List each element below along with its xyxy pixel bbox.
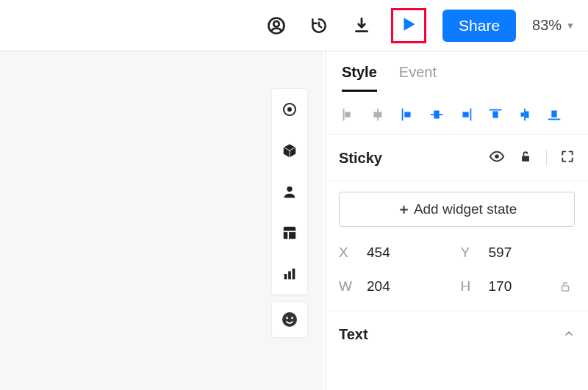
align-middle-icon[interactable]	[427, 105, 446, 124]
chart-tool-icon[interactable]	[271, 253, 308, 295]
coord-y-key: Y	[461, 245, 478, 261]
tab-event[interactable]: Event	[399, 64, 437, 92]
cube-tool-icon[interactable]	[271, 130, 308, 171]
tool-column	[271, 88, 308, 295]
history-icon[interactable]	[306, 12, 332, 39]
svg-rect-29	[526, 111, 529, 118]
alignment-toolbar	[326, 92, 588, 135]
zoom-value: 83%	[532, 17, 562, 34]
svg-rect-28	[521, 112, 525, 117]
svg-rect-10	[288, 271, 291, 279]
coord-x-key: X	[339, 245, 356, 261]
target-tool-icon[interactable]	[271, 89, 308, 130]
coord-h-value: 170	[489, 278, 512, 295]
add-widget-state-button[interactable]: ＋ Add widget state	[339, 192, 575, 227]
svg-rect-16	[345, 112, 350, 117]
svg-rect-9	[284, 274, 287, 279]
svg-point-32	[495, 154, 499, 159]
svg-point-3	[287, 107, 292, 112]
visibility-icon[interactable]	[489, 148, 505, 167]
svg-point-4	[287, 187, 292, 192]
align-center-h-icon[interactable]	[368, 105, 387, 124]
svg-point-1	[273, 21, 279, 26]
workspace: Style Event	[0, 51, 588, 390]
chevron-down-icon: ▼	[566, 21, 575, 31]
coord-w-key: W	[339, 278, 356, 295]
text-section-header[interactable]: Text	[326, 311, 588, 358]
lock-open-icon[interactable]	[518, 149, 533, 167]
svg-rect-31	[551, 111, 556, 118]
coord-y[interactable]: Y 597	[461, 245, 576, 261]
text-section-label: Text	[339, 326, 368, 343]
sticky-label: Sticky	[339, 150, 382, 167]
coord-w[interactable]: W 204	[339, 278, 453, 295]
svg-rect-22	[434, 111, 439, 119]
expand-icon[interactable]	[560, 149, 575, 167]
add-state-label: Add widget state	[414, 201, 517, 217]
svg-point-12	[282, 312, 297, 327]
align-top-icon[interactable]	[486, 105, 505, 124]
plus-icon: ＋	[397, 201, 411, 217]
coord-w-value: 204	[367, 278, 390, 295]
tab-style[interactable]: Style	[342, 64, 377, 92]
svg-rect-11	[293, 269, 295, 280]
inspector-panel: Style Event	[325, 51, 588, 390]
chevron-up-icon	[563, 328, 575, 342]
coord-h[interactable]: H 170	[461, 278, 576, 295]
svg-rect-24	[462, 112, 468, 117]
coord-x[interactable]: X 454	[339, 245, 453, 261]
coord-y-value: 597	[489, 245, 512, 261]
svg-rect-20	[404, 112, 410, 117]
emoji-tool-icon[interactable]	[271, 301, 308, 338]
aspect-lock-icon[interactable]	[559, 280, 572, 293]
svg-rect-33	[522, 156, 529, 162]
account-icon[interactable]	[263, 12, 290, 39]
layout-tool-icon[interactable]	[271, 212, 308, 253]
coord-x-value: 454	[367, 245, 390, 261]
sticky-section-header: Sticky	[326, 135, 588, 181]
download-icon[interactable]	[348, 12, 375, 39]
align-right-edge-icon[interactable]	[456, 105, 476, 124]
svg-point-13	[286, 317, 288, 319]
inspector-tabs: Style Event	[326, 51, 588, 92]
svg-rect-26	[492, 111, 498, 118]
svg-point-14	[291, 317, 293, 319]
coord-h-key: H	[461, 278, 478, 295]
align-right-icon[interactable]	[398, 105, 417, 124]
svg-rect-34	[562, 286, 569, 291]
share-button[interactable]: Share	[442, 10, 516, 42]
separator	[546, 150, 547, 166]
align-center-v-icon[interactable]	[515, 105, 534, 124]
preview-play-button[interactable]	[391, 8, 426, 43]
align-left-icon[interactable]	[339, 105, 358, 124]
top-toolbar: Share 83% ▼	[0, 0, 588, 51]
zoom-dropdown[interactable]: 83% ▼	[532, 17, 575, 34]
geometry-section: X 454 Y 597 W 204 H 170	[326, 245, 588, 311]
svg-rect-18	[374, 112, 382, 117]
person-tool-icon[interactable]	[271, 171, 308, 212]
align-bottom-icon[interactable]	[545, 105, 564, 124]
